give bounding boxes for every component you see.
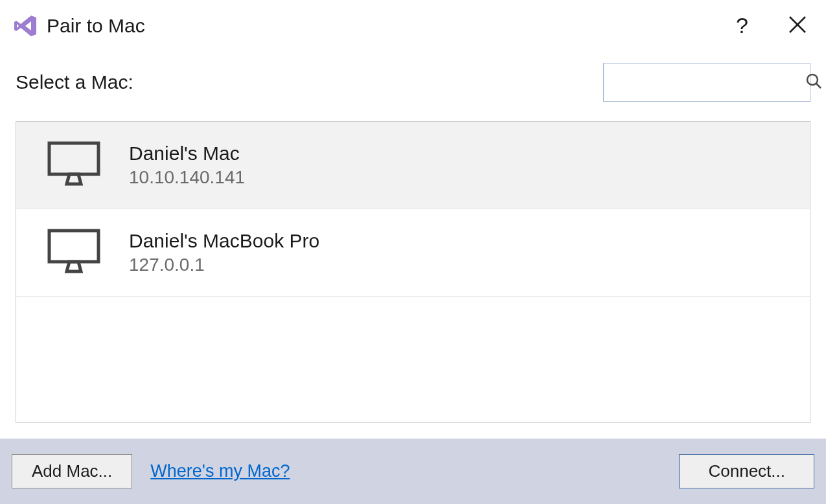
add-mac-button[interactable]: Add Mac... — [12, 454, 132, 488]
header-row: Select a Mac: — [16, 63, 810, 102]
mac-list-item[interactable]: Daniel's Mac 10.10.140.141 — [16, 122, 810, 209]
mac-info: Daniel's MacBook Pro 127.0.0.1 — [129, 230, 319, 275]
mac-list: Daniel's Mac 10.10.140.141 Daniel's MacB… — [16, 121, 810, 423]
mac-ip: 10.10.140.141 — [129, 167, 245, 188]
mac-ip: 127.0.0.1 — [129, 255, 319, 275]
svg-line-3 — [816, 84, 821, 88]
select-mac-label: Select a Mac: — [16, 71, 133, 93]
search-input[interactable] — [612, 63, 805, 101]
where-is-my-mac-link[interactable]: Where's my Mac? — [150, 461, 290, 481]
close-button[interactable] — [785, 12, 810, 40]
content-area: Select a Mac: Daniel's Mac 10.10.140.141 — [0, 51, 826, 439]
connect-button[interactable]: Connect... — [679, 454, 814, 488]
footer: Add Mac... Where's my Mac? Connect... — [0, 439, 826, 504]
close-icon — [788, 16, 807, 36]
mac-name: Daniel's MacBook Pro — [129, 230, 319, 252]
svg-rect-5 — [49, 231, 98, 262]
mac-list-item[interactable]: Daniel's MacBook Pro 127.0.0.1 — [16, 209, 810, 297]
titlebar-controls: ? — [731, 12, 810, 40]
monitor-icon — [47, 141, 100, 189]
mac-info: Daniel's Mac 10.10.140.141 — [129, 143, 245, 188]
search-box[interactable] — [603, 63, 810, 102]
search-icon — [805, 73, 822, 92]
svg-point-2 — [807, 74, 818, 85]
window-title: Pair to Mac — [47, 15, 723, 37]
help-button[interactable]: ? — [731, 13, 753, 38]
mac-name: Daniel's Mac — [129, 143, 245, 165]
titlebar: Pair to Mac ? — [0, 0, 826, 51]
monitor-icon — [47, 229, 100, 277]
svg-rect-4 — [49, 143, 98, 174]
visual-studio-icon — [12, 12, 39, 40]
